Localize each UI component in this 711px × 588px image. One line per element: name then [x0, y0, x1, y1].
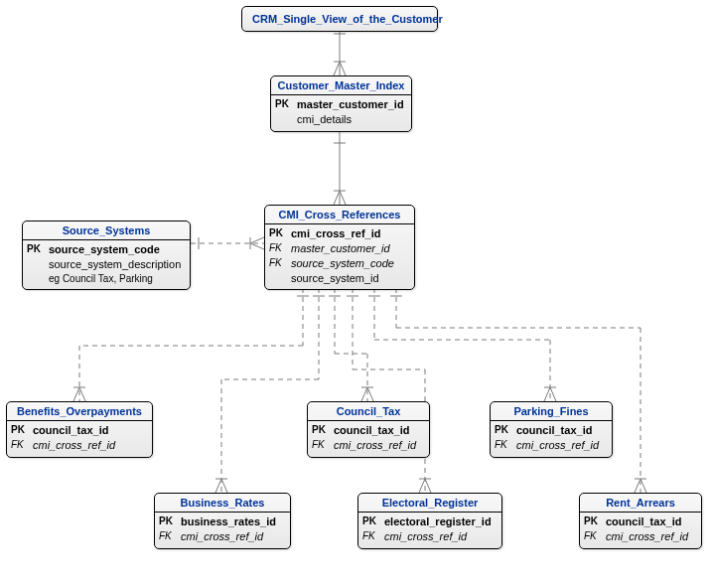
- entity-title: Parking_Fines: [491, 402, 612, 421]
- entity-title: Rent_Arrears: [580, 494, 701, 513]
- entity-parking-fines: Parking_Fines PKcouncil_tax_id FKcmi_cro…: [490, 401, 613, 458]
- entity-attrs: PKcouncil_tax_id FKcmi_cross_ref_id: [308, 421, 429, 457]
- entity-title: CMI_Cross_References: [265, 206, 414, 224]
- entity-customer-master-index: Customer_Master_Index PKmaster_customer_…: [270, 75, 412, 132]
- entity-attrs: PKcouncil_tax_id FKcmi_cross_ref_id: [491, 421, 612, 457]
- entity-attrs: PKcouncil_tax_id FKcmi_cross_ref_id: [7, 421, 152, 457]
- entity-cmi-cross-references: CMI_Cross_References PKcmi_cross_ref_id …: [264, 205, 415, 290]
- entity-attrs: PKmaster_customer_id cmi_details: [271, 95, 411, 131]
- entity-electoral-register: Electoral_Register PKelectoral_register_…: [357, 493, 502, 549]
- entity-source-systems: Source_Systems PKsource_system_code sour…: [22, 220, 191, 290]
- entity-attrs: PKsource_system_code source_system_descr…: [23, 240, 190, 289]
- entity-title: Benefits_Overpayments: [7, 402, 152, 421]
- entity-attrs: PKelectoral_register_id FKcmi_cross_ref_…: [358, 513, 501, 548]
- entity-title: Customer_Master_Index: [271, 76, 411, 95]
- entity-attrs: PKbusiness_rates_id FKcmi_cross_ref_id: [155, 513, 290, 548]
- entity-business-rates: Business_Rates PKbusiness_rates_id FKcmi…: [154, 493, 291, 549]
- entity-title: Electoral_Register: [358, 494, 501, 513]
- entity-crm-single-view: CRM_Single_View_of_the_Customer: [241, 6, 438, 32]
- entity-attrs: PKcmi_cross_ref_id FKmaster_customer_id …: [265, 224, 414, 289]
- entity-title: Council_Tax: [308, 402, 429, 421]
- entity-title: Business_Rates: [155, 494, 290, 513]
- entity-title: Source_Systems: [23, 221, 190, 240]
- entity-attrs: PKcouncil_tax_id FKcmi_cross_ref_id: [580, 513, 701, 548]
- entity-title: CRM_Single_View_of_the_Customer: [248, 10, 431, 28]
- entity-benefits-overpayments: Benefits_Overpayments PKcouncil_tax_id F…: [6, 401, 153, 458]
- entity-rent-arrears: Rent_Arrears PKcouncil_tax_id FKcmi_cros…: [579, 493, 702, 549]
- entity-council-tax: Council_Tax PKcouncil_tax_id FKcmi_cross…: [307, 401, 430, 458]
